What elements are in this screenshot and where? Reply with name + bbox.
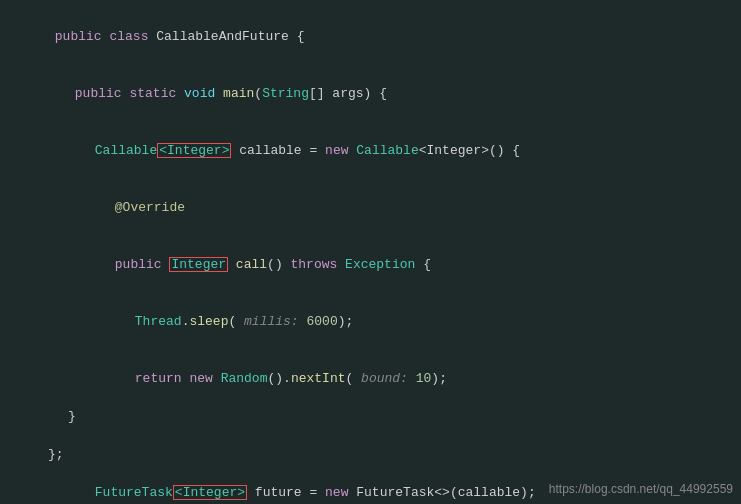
code-line-7: return new Random().nextInt( bound: 10); [0,350,741,407]
highlight-integer-3: <Integer> [173,485,247,500]
highlight-integer-1: <Integer> [157,143,231,158]
code-line-5: public Integer call() throws Exception { [0,236,741,293]
code-line-2: public static void main(String[] args) { [0,65,741,122]
code-line-6: Thread.sleep( millis: 6000); [0,293,741,350]
watermark: https://blog.csdn.net/qq_44992559 [549,482,733,496]
highlight-integer-2: Integer [169,257,228,272]
code-line-4: @Override [0,179,741,236]
code-editor: public class CallableAndFuture { public … [0,0,741,504]
code-line-9 [0,426,741,445]
code-line-10: }; [0,445,741,464]
code-line-8: } [0,407,741,426]
code-line-1: public class CallableAndFuture { [0,8,741,65]
code-line-3: Callable<Integer> callable = new Callabl… [0,122,741,179]
